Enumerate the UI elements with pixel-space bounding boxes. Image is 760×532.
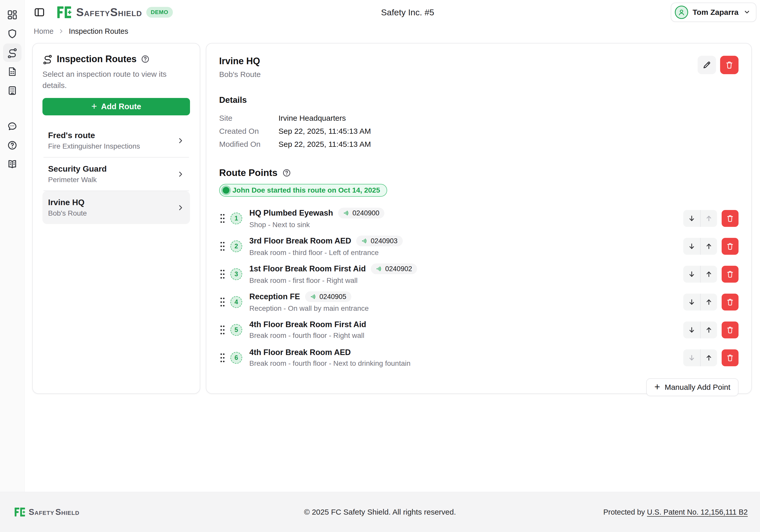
docs-book-icon bbox=[7, 159, 18, 169]
point-number-badge: 4 bbox=[230, 296, 242, 308]
rfid-tag-number: 0240900 bbox=[353, 209, 379, 217]
route-title: Irvine HQ bbox=[219, 56, 261, 67]
logo-word-shield: Shield bbox=[56, 507, 79, 517]
fc-logo-icon bbox=[14, 507, 26, 517]
sidebar-toggle-button[interactable] bbox=[32, 5, 47, 20]
move-down-button[interactable] bbox=[683, 266, 700, 283]
detail-title-block: Irvine HQ Bob's Route bbox=[219, 56, 261, 79]
detail-row-modified-on: Modified On Sep 22, 2025, 11:45:13 AM bbox=[219, 138, 738, 151]
route-point-row-1: 1 HQ Plumbed Eyewash 0240900 Shop - Ne bbox=[219, 204, 738, 232]
trash-icon bbox=[726, 270, 735, 278]
sidebar-item-docs[interactable] bbox=[3, 155, 22, 173]
arrow-down-icon bbox=[688, 326, 696, 334]
delete-point-button[interactable] bbox=[722, 349, 738, 366]
dashboard-icon bbox=[7, 10, 18, 20]
pencil-icon bbox=[702, 60, 711, 70]
arrow-down-icon bbox=[688, 298, 696, 306]
drag-handle-icon[interactable] bbox=[219, 353, 226, 363]
arrow-down-icon bbox=[688, 270, 696, 278]
drag-handle-icon[interactable] bbox=[219, 213, 226, 223]
sidebar-item-inspection-routes[interactable] bbox=[3, 43, 22, 62]
route-list-item-security-guard[interactable]: Security Guard Perimeter Walk bbox=[42, 158, 190, 191]
point-description: Break room - fourth floor - Right wall bbox=[249, 331, 678, 340]
sidebar-item-dashboard[interactable] bbox=[3, 6, 22, 24]
footer-logo-text: Safety Shield bbox=[29, 507, 79, 517]
breadcrumb: Home Inspection Routes bbox=[24, 24, 760, 38]
app-logo[interactable]: Safety Shield bbox=[57, 6, 142, 19]
move-up-button[interactable] bbox=[700, 294, 717, 311]
move-up-button[interactable] bbox=[700, 238, 717, 255]
plus-icon: + bbox=[654, 381, 660, 392]
org-title: Safety Inc. #5 bbox=[381, 7, 434, 18]
patent-link[interactable]: U.S. Patent No. 12,156,111 B2 bbox=[647, 508, 748, 516]
sidebar-item-sites[interactable] bbox=[3, 81, 22, 100]
route-item-description: Perimeter Walk bbox=[48, 176, 177, 184]
user-menu-button[interactable]: Tom Zaparra bbox=[671, 3, 757, 22]
add-route-button[interactable]: + Add Route bbox=[42, 98, 190, 115]
protected-by-text: Protected by bbox=[603, 508, 645, 516]
move-up-button[interactable] bbox=[700, 266, 717, 283]
point-title: HQ Plumbed Eyewash bbox=[249, 209, 333, 218]
drag-handle-icon[interactable] bbox=[219, 325, 226, 335]
sidebar-item-safety[interactable] bbox=[3, 24, 22, 43]
breadcrumb-home-link[interactable]: Home bbox=[34, 27, 53, 35]
fc-logo-icon bbox=[57, 6, 72, 19]
move-up-button[interactable] bbox=[700, 349, 717, 366]
arrow-up-icon bbox=[705, 326, 713, 334]
point-title: 4th Floor Break Room First Aid bbox=[249, 320, 366, 329]
route-item-name: Irvine HQ bbox=[48, 198, 177, 207]
arrow-up-icon bbox=[705, 354, 713, 362]
route-item-text: Security Guard Perimeter Walk bbox=[48, 164, 177, 184]
sidebar-item-forms[interactable] bbox=[3, 63, 22, 81]
route-list-item-freds-route[interactable]: Fred's route Fire Extinguisher Inspectio… bbox=[42, 124, 190, 157]
route-points-list: 1 HQ Plumbed Eyewash 0240900 Shop - Ne bbox=[219, 204, 738, 372]
drag-handle-icon[interactable] bbox=[219, 269, 226, 279]
manually-add-point-button[interactable]: + Manually Add Point bbox=[646, 378, 738, 396]
move-down-button[interactable] bbox=[683, 238, 700, 255]
rfid-tag-number: 0240903 bbox=[370, 237, 398, 245]
copyright-text: © 2025 FC Safety Shield. All rights rese… bbox=[304, 508, 456, 516]
move-up-button[interactable] bbox=[700, 321, 717, 338]
rfid-tag-badge: 0240903 bbox=[356, 236, 403, 246]
reorder-button-group bbox=[683, 238, 717, 255]
reorder-button-group bbox=[683, 349, 717, 366]
route-points-help-icon[interactable] bbox=[282, 168, 291, 177]
sidebar-item-feedback[interactable] bbox=[3, 117, 22, 135]
chevron-down-icon bbox=[743, 8, 751, 17]
form-document-icon bbox=[7, 66, 18, 77]
delete-route-button[interactable] bbox=[720, 56, 738, 74]
reorder-button-group bbox=[683, 294, 717, 311]
chevron-right-icon bbox=[177, 170, 184, 178]
move-down-button[interactable] bbox=[683, 321, 700, 338]
footer-logo: Safety Shield bbox=[14, 507, 79, 517]
move-down-button[interactable] bbox=[683, 294, 700, 311]
routes-help-icon[interactable] bbox=[141, 55, 150, 64]
drag-handle-icon[interactable] bbox=[219, 297, 226, 307]
edit-route-button[interactable] bbox=[697, 56, 716, 74]
move-down-button[interactable] bbox=[683, 210, 700, 227]
point-description: Break room - third floor - Left of entra… bbox=[249, 249, 678, 257]
details-table: Site Irvine Headquarters Created On Sep … bbox=[219, 112, 738, 151]
route-detail-panel: Irvine HQ Bob's Route Details Site Irvin… bbox=[206, 43, 752, 394]
move-up-button bbox=[700, 210, 717, 227]
delete-point-button[interactable] bbox=[722, 321, 738, 338]
rfid-tag-badge: 0240900 bbox=[338, 208, 384, 218]
logo-word-safety: Safety bbox=[76, 6, 110, 19]
delete-point-button[interactable] bbox=[722, 266, 738, 283]
delete-point-button[interactable] bbox=[722, 210, 738, 227]
drag-handle-icon[interactable] bbox=[219, 241, 226, 251]
point-number-badge: 2 bbox=[230, 240, 242, 252]
trash-icon bbox=[726, 242, 735, 251]
content-area: Inspection Routes Select an inspection r… bbox=[24, 38, 760, 492]
arrow-up-icon bbox=[705, 270, 713, 278]
point-description: Break room - fourth floor - Next to drin… bbox=[249, 359, 678, 367]
route-list-item-irvine-hq[interactable]: Irvine HQ Bob's Route bbox=[42, 191, 190, 224]
point-description: Break room - first floor - Right wall bbox=[249, 276, 678, 285]
delete-point-button[interactable] bbox=[722, 238, 738, 255]
sidebar-item-help[interactable] bbox=[3, 136, 22, 155]
route-point-row-3: 3 1st Floor Break Room First Aid 0240902 bbox=[219, 260, 738, 288]
detail-value: Sep 22, 2025, 11:45:13 AM bbox=[278, 140, 371, 149]
delete-point-button[interactable] bbox=[722, 294, 738, 311]
detail-label: Modified On bbox=[219, 140, 278, 149]
rfid-waves-icon bbox=[343, 210, 350, 217]
